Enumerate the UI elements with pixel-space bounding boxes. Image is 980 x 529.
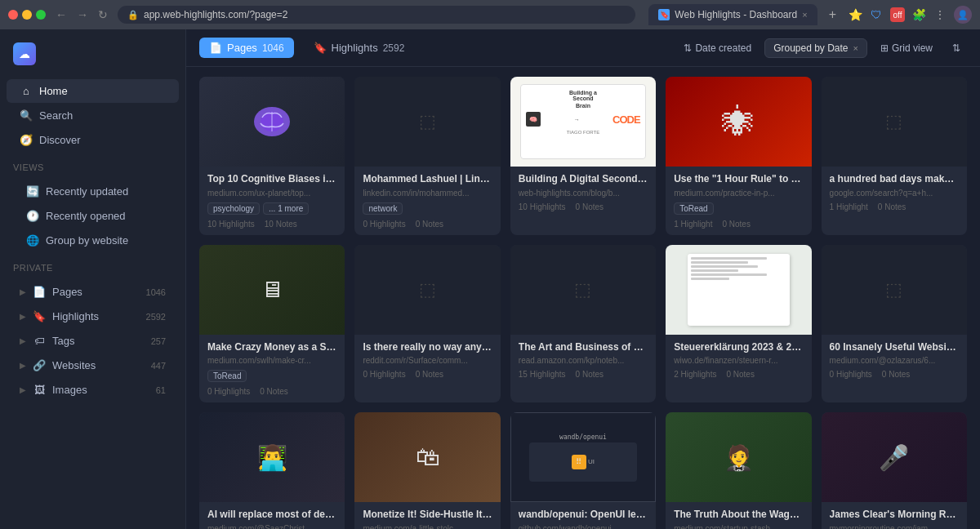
pages-tab-icon: 📄 xyxy=(209,42,222,54)
highlights-meta: 10 Highlights xyxy=(207,220,255,229)
card-body: Steuererklärung 2023 & 20... wiwo.de/fin… xyxy=(666,335,811,386)
highlights-meta: 10 Highlights xyxy=(519,202,566,211)
card-thumbnail: 🛍 xyxy=(354,412,500,502)
address-bar[interactable]: 🔒 app.web-highlights.com/?page=2 xyxy=(118,6,635,24)
new-tab-button[interactable]: + xyxy=(824,6,841,24)
app-layout: ☁ ⌂ Home 🔍 Search 🧭 Discover Views 🔄 Rec… xyxy=(0,29,980,529)
card-title: a hundred bad days make m... xyxy=(830,173,959,186)
private-section-header: Private xyxy=(0,256,185,276)
card-url: linkedin.com/in/mohammed... xyxy=(363,189,492,198)
card-item[interactable]: Top 10 Cognitive Biases in P... medium.c… xyxy=(199,77,345,235)
grid-view-button[interactable]: ⊞ Grid view xyxy=(874,39,939,57)
options-button[interactable]: ⇅ xyxy=(946,39,967,57)
tag-item[interactable]: ToRead xyxy=(207,370,247,382)
card-item[interactable]: 👨‍💻 AI will replace most of devel... med… xyxy=(199,412,345,529)
recently-updated-icon: 🔄 xyxy=(26,185,39,198)
card-title: Mohammed Lashuel | Linke... xyxy=(363,173,492,186)
filter-chip[interactable]: Grouped by Date × xyxy=(764,38,867,58)
browser-tab[interactable]: 🔖 Web Highlights - Dashboard × xyxy=(648,4,817,25)
refresh-button[interactable]: ↻ xyxy=(95,7,111,23)
notes-meta: 0 Notes xyxy=(882,370,910,379)
highlights-meta: 0 Highlights xyxy=(207,387,250,396)
websites-icon: 🔗 xyxy=(33,359,46,371)
card-url: medium.com/ux-planet/top... xyxy=(207,189,336,198)
highlights-meta: 0 Highlights xyxy=(363,220,405,229)
close-dot[interactable] xyxy=(8,10,18,20)
highlights-meta: 2 Highlights xyxy=(674,370,716,379)
card-item[interactable]: ⬚ 60 Insanely Useful Website... medium.c… xyxy=(822,245,967,403)
card-title: AI will replace most of devel... xyxy=(207,509,336,522)
filter-close-icon[interactable]: × xyxy=(853,43,858,53)
shield-icon[interactable]: 🛡 xyxy=(869,7,884,22)
tag-item[interactable]: network xyxy=(363,202,403,215)
sidebar-home-label: Home xyxy=(39,85,166,97)
grid-container: Top 10 Cognitive Biases in P... medium.c… xyxy=(186,67,980,529)
notes-meta: 0 Notes xyxy=(416,370,443,379)
images-label: Images xyxy=(52,384,149,396)
tag-item[interactable]: ToRead xyxy=(674,202,713,215)
card-item[interactable]: Steuererklärung 2023 & 20... wiwo.de/fin… xyxy=(666,245,811,403)
card-item[interactable]: ⬚ Is there really no way anym... reddit.… xyxy=(354,245,500,403)
pages-tab[interactable]: 📄 Pages 1046 xyxy=(199,38,294,58)
private-section: ▶ 📄 Pages 1046 ▶ 🔖 Highlights 2592 ▶ 🏷 T… xyxy=(0,276,185,406)
menu-icon[interactable]: ⋮ xyxy=(933,7,947,22)
card-item[interactable]: 🕷 Use the "1 Hour Rule" to Ca... medium.… xyxy=(666,77,811,235)
sidebar-item-tags[interactable]: ▶ 🏷 Tags 257 xyxy=(7,329,179,353)
highlights-tab[interactable]: 🔖 Highlights 2592 xyxy=(304,38,415,58)
card-url: wiwo.de/finanzen/steuern-r... xyxy=(674,356,803,365)
card-item[interactable]: Building aSecond Brain 🧠 → CODE TIAGO FO… xyxy=(510,77,656,235)
card-thumbnail: wandb/openui ⠿ UI xyxy=(510,412,656,502)
card-title: Is there really no way anym... xyxy=(363,341,492,354)
card-item[interactable]: 🎤 James Clear's Morning Rout... mymornin… xyxy=(822,412,967,529)
sidebar-search-label: Search xyxy=(39,109,166,122)
card-item[interactable]: 🛍 Monetize It! Side-Hustle It! I... medi… xyxy=(354,412,500,529)
card-item[interactable]: 🤵 The Truth About the Wage ... medium.co… xyxy=(666,412,811,529)
bookmark-icon[interactable]: ⭐ xyxy=(848,7,862,22)
tag-item[interactable]: ... 1 more xyxy=(263,202,309,215)
back-button[interactable]: ← xyxy=(52,7,70,23)
card-item[interactable]: wandb/openui ⠿ UI wandb/openui: OpenUI l… xyxy=(510,412,656,529)
card-thumbnail: 🤵 xyxy=(666,412,811,502)
card-meta: 0 Highlights 0 Notes xyxy=(363,220,492,229)
card-body: The Art and Business of Onl... read.amaz… xyxy=(510,335,656,386)
forward-button[interactable]: → xyxy=(74,7,91,23)
card-meta: 0 Highlights 0 Notes xyxy=(207,387,336,396)
minimize-dot[interactable] xyxy=(22,10,32,20)
security-icon: 🔒 xyxy=(127,10,139,20)
card-url: medium.com/@ozlazarus/6... xyxy=(830,356,959,365)
sidebar-logo[interactable]: ☁ xyxy=(0,36,185,75)
sidebar-item-search[interactable]: 🔍 Search xyxy=(7,104,179,127)
profile-icon[interactable]: 👤 xyxy=(954,6,972,24)
highlights-tab-count: 2592 xyxy=(383,42,405,54)
sidebar-item-group-by-website[interactable]: 🌐 Group by website xyxy=(7,229,179,252)
main-content: 📄 Pages 1046 🔖 Highlights 2592 ⇅ Date cr… xyxy=(186,29,980,529)
tab-close-button[interactable]: × xyxy=(802,10,807,20)
extension-icon[interactable]: off xyxy=(890,7,905,22)
card-item[interactable]: ⬚ Mohammed Lashuel | Linke... linkedin.c… xyxy=(354,77,500,235)
card-item[interactable]: 🖥 Make Crazy Money as a Sol... medium.co… xyxy=(199,245,345,403)
card-item[interactable]: ⬚ a hundred bad days make m... google.co… xyxy=(822,77,967,235)
sidebar-item-pages[interactable]: ▶ 📄 Pages 1046 xyxy=(7,280,179,304)
sidebar: ☁ ⌂ Home 🔍 Search 🧭 Discover Views 🔄 Rec… xyxy=(0,29,186,529)
tab-title: Web Highlights - Dashboard xyxy=(675,9,797,20)
nav-buttons: ← → ↻ xyxy=(52,7,111,23)
sidebar-item-discover[interactable]: 🧭 Discover xyxy=(7,128,179,152)
card-item[interactable]: ⬚ The Art and Business of Onl... read.am… xyxy=(510,245,656,403)
card-tags: network xyxy=(363,202,492,215)
sidebar-item-images[interactable]: ▶ 🖼 Images 61 xyxy=(7,378,179,402)
sidebar-item-highlights[interactable]: ▶ 🔖 Highlights 2592 xyxy=(7,305,179,328)
browser-actions: ⭐ 🛡 off 🧩 ⋮ 👤 xyxy=(848,6,972,24)
logo-icon: ☁ xyxy=(13,42,36,65)
card-body: Building A Digital Second Br... web-high… xyxy=(510,167,656,218)
sort-icon: ⇅ xyxy=(684,42,692,54)
sidebar-item-websites[interactable]: ▶ 🔗 Websites 447 xyxy=(7,353,179,377)
card-thumbnail: 🖥 xyxy=(199,245,345,335)
tag-item[interactable]: psychology xyxy=(207,202,260,215)
sort-button[interactable]: ⇅ Date created xyxy=(677,39,758,57)
sidebar-item-home[interactable]: ⌂ Home xyxy=(7,79,179,103)
sidebar-item-recently-updated[interactable]: 🔄 Recently updated xyxy=(7,180,179,203)
extensions-icon[interactable]: 🧩 xyxy=(911,7,926,22)
sidebar-item-recently-opened[interactable]: 🕐 Recently opened xyxy=(7,204,179,228)
maximize-dot[interactable] xyxy=(36,10,46,20)
card-body: wandb/openui: OpenUI let's ... github.co… xyxy=(510,502,656,529)
